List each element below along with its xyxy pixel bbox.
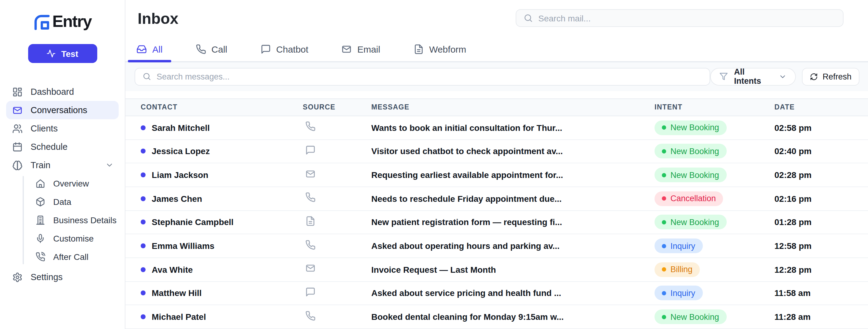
message-preview: Asked about service pricing and health f… [371,288,654,298]
intent-filter-dropdown[interactable]: All Intents [710,68,796,86]
search-messages-box [134,68,710,86]
table-row[interactable]: James Chen Needs to reschedule Friday ap… [125,187,868,211]
contact-name: Liam Jackson [152,170,208,180]
tab-email[interactable]: Email [333,38,389,61]
sidebar-subitem-label: Customise [53,234,94,243]
app-window: Entry Test Dashboard Conversations Clien… [0,0,868,329]
train-submenu: Overview Data Business Details Customise… [0,174,125,266]
contact-name: Michael Patel [152,312,206,322]
search-icon [143,72,151,81]
row-date: 11:28 am [774,312,868,322]
tab-webform[interactable]: Webform [405,38,475,61]
sidebar-subitem-business-details[interactable]: Business Details [0,211,125,229]
table-row[interactable]: Matthew Hill Asked about service pricing… [125,282,868,305]
source-phone-icon [305,192,316,202]
channel-tabs: All Call Chatbot Email Webform [125,38,868,62]
chevron-down-icon [778,73,786,81]
sidebar-item-train[interactable]: Train [6,156,119,174]
table-row[interactable]: Michael Patel Booked dental cleaning for… [125,305,868,329]
intent-label: Billing [671,265,692,274]
sidebar-subitem-label: Data [53,197,71,207]
sidebar-subitem-data[interactable]: Data [0,193,125,211]
search-messages-input[interactable] [157,72,702,81]
contact-name: Ava White [152,265,193,274]
column-header-date: DATE [774,104,868,111]
intent-badge: New Booking [654,215,726,230]
conversations-table: CONTACT SOURCE MESSAGE INTENT DATE Sarah… [125,98,868,329]
column-header-contact: CONTACT [125,104,303,111]
intent-label: Cancellation [671,194,716,203]
row-date: 01:28 pm [774,218,868,227]
intent-dot [662,267,666,272]
row-date: 11:58 am [774,288,868,298]
test-button-label: Test [61,48,78,58]
table-header: CONTACT SOURCE MESSAGE INTENT DATE [125,98,868,116]
file-icon [413,44,424,55]
brain-icon [12,160,23,170]
sidebar-item-settings[interactable]: Settings [6,268,119,286]
cube-icon [35,197,45,207]
contact-name: Stephanie Campbell [152,218,234,227]
table-row[interactable]: Stephanie Campbell New patient registrat… [125,211,868,234]
contact-name: James Chen [152,194,202,203]
tab-chatbot[interactable]: Chatbot [252,38,317,61]
contact-name: Matthew Hill [152,288,202,298]
sidebar-item-label: Dashboard [31,87,74,97]
main-header: Inbox [125,0,868,28]
intent-badge: Inquiry [654,286,703,301]
home-icon [35,178,45,188]
unread-dot [141,149,146,154]
table-row[interactable]: Jessica Lopez Visitor used chatbot to ch… [125,140,868,163]
column-header-source: SOURCE [303,104,371,111]
tab-label: Webform [429,44,466,55]
source-phone-icon [305,310,316,321]
intent-dot [662,244,666,248]
row-date: 02:16 pm [774,194,868,203]
calendar-icon [12,141,23,152]
table-row[interactable]: Ava White Invoice Request — Last Month B… [125,258,868,282]
table-row[interactable]: Liam Jackson Requesting earliest availab… [125,163,868,187]
message-preview: Booked dental cleaning for Monday 9:15am… [371,312,654,322]
unread-dot [141,314,146,319]
sidebar-subitem-customise[interactable]: Customise [0,229,125,248]
sidebar-subitem-label: Business Details [53,215,117,225]
contact-name: Emma Williams [152,241,214,251]
column-header-intent: INTENT [654,104,774,111]
phone-call-icon [35,252,45,262]
sidebar-subitem-overview[interactable]: Overview [0,174,125,193]
sidebar-item-dashboard[interactable]: Dashboard [6,83,119,101]
intent-badge: New Booking [654,144,726,159]
intent-label: New Booking [671,312,719,321]
refresh-button-label: Refresh [823,72,851,81]
tab-label: Call [211,44,227,55]
sidebar-item-conversations[interactable]: Conversations [6,101,119,119]
tab-all[interactable]: All [128,38,171,61]
test-button[interactable]: Test [28,44,97,63]
sidebar-item-clients[interactable]: Clients [6,119,119,138]
mail-icon [341,44,352,55]
message-preview: Visitor used chatbot to check appointmen… [371,146,654,156]
tab-call[interactable]: Call [187,38,236,61]
sidebar-item-label: Train [31,160,51,170]
source-mail-icon [305,168,316,179]
intent-filter-label: All Intents [734,68,773,86]
message-preview: Needs to reschedule Friday appointment d… [371,194,654,203]
contact-name: Sarah Mitchell [152,123,210,132]
sidebar-item-label: Conversations [31,105,87,115]
sidebar-subitem-label: Overview [53,178,89,188]
sidebar-subitem-after-call[interactable]: After Call [0,248,125,266]
message-preview: Wants to book an initial consultation fo… [371,123,654,132]
intent-dot [662,291,666,295]
unread-dot [141,291,146,296]
tab-label: Chatbot [276,44,308,55]
contact-name: Jessica Lopez [152,146,210,156]
row-date: 02:40 pm [774,146,868,156]
sidebar-item-schedule[interactable]: Schedule [6,138,119,156]
search-mail-input[interactable] [538,13,836,23]
sidebar: Entry Test Dashboard Conversations Clien… [0,0,125,329]
table-row[interactable]: Emma Williams Asked about operating hour… [125,234,868,258]
refresh-button[interactable]: Refresh [802,68,860,86]
table-row[interactable]: Sarah Mitchell Wants to book an initial … [125,116,868,140]
message-preview: Invoice Request — Last Month [371,265,654,274]
source-chat-icon [305,287,316,297]
